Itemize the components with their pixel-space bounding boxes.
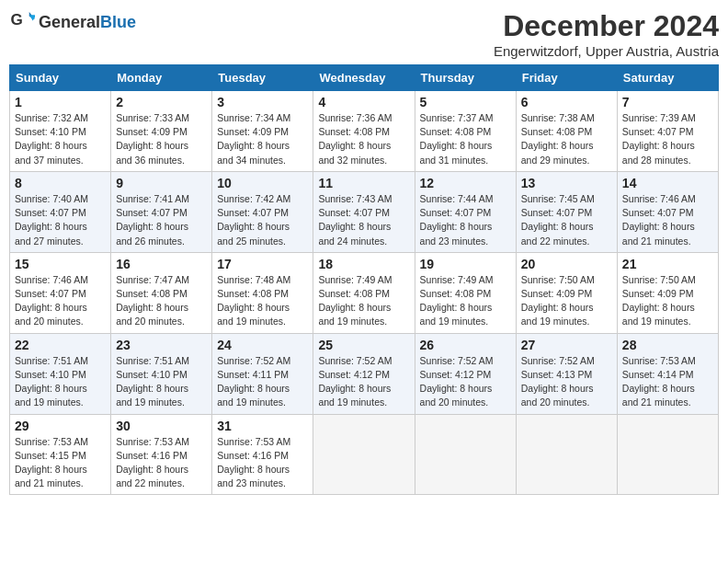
calendar-day: 20Sunrise: 7:50 AMSunset: 4:09 PMDayligh…: [516, 252, 617, 333]
calendar-day: 1Sunrise: 7:32 AMSunset: 4:10 PMDaylight…: [10, 91, 111, 172]
title-block: December 2024 Engerwitzdorf, Upper Austr…: [494, 9, 719, 59]
month-title: December 2024: [494, 9, 719, 43]
day-number: 25: [318, 338, 409, 352]
day-info: Sunrise: 7:51 AMSunset: 4:10 PMDaylight:…: [15, 354, 106, 410]
logo-general: General: [39, 13, 100, 31]
svg-text:G: G: [11, 11, 23, 29]
weekday-header-row: SundayMondayTuesdayWednesdayThursdayFrid…: [10, 65, 719, 91]
calendar-day: 8Sunrise: 7:40 AMSunset: 4:07 PMDaylight…: [10, 171, 111, 252]
day-info: Sunrise: 7:53 AMSunset: 4:14 PMDaylight:…: [622, 354, 713, 410]
day-info: Sunrise: 7:49 AMSunset: 4:08 PMDaylight:…: [420, 273, 511, 329]
calendar-day: 2Sunrise: 7:33 AMSunset: 4:09 PMDaylight…: [111, 91, 212, 172]
weekday-header: Thursday: [415, 65, 516, 91]
day-info: Sunrise: 7:44 AMSunset: 4:07 PMDaylight:…: [420, 192, 511, 248]
day-number: 30: [116, 419, 207, 433]
day-info: Sunrise: 7:52 AMSunset: 4:11 PMDaylight:…: [217, 354, 308, 410]
calendar-day: 6Sunrise: 7:38 AMSunset: 4:08 PMDaylight…: [516, 91, 617, 172]
location-subtitle: Engerwitzdorf, Upper Austria, Austria: [494, 43, 719, 59]
calendar-day: 26Sunrise: 7:52 AMSunset: 4:12 PMDayligh…: [415, 333, 516, 414]
weekday-header: Friday: [516, 65, 617, 91]
calendar-table: SundayMondayTuesdayWednesdayThursdayFrid…: [9, 64, 719, 495]
weekday-header: Tuesday: [212, 65, 313, 91]
day-info: Sunrise: 7:52 AMSunset: 4:13 PMDaylight:…: [521, 354, 612, 410]
calendar-week-row: 22Sunrise: 7:51 AMSunset: 4:10 PMDayligh…: [10, 333, 719, 414]
calendar-day: 3Sunrise: 7:34 AMSunset: 4:09 PMDaylight…: [212, 91, 313, 172]
day-number: 23: [116, 338, 207, 352]
day-info: Sunrise: 7:53 AMSunset: 4:16 PMDaylight:…: [217, 435, 308, 491]
day-number: 31: [217, 419, 308, 433]
calendar-day: 15Sunrise: 7:46 AMSunset: 4:07 PMDayligh…: [10, 252, 111, 333]
calendar-day: 28Sunrise: 7:53 AMSunset: 4:14 PMDayligh…: [617, 333, 718, 414]
day-number: 20: [521, 257, 612, 271]
calendar-day: 5Sunrise: 7:37 AMSunset: 4:08 PMDaylight…: [415, 91, 516, 172]
day-info: Sunrise: 7:52 AMSunset: 4:12 PMDaylight:…: [318, 354, 409, 410]
day-number: 4: [318, 95, 409, 109]
day-info: Sunrise: 7:40 AMSunset: 4:07 PMDaylight:…: [15, 192, 106, 248]
day-info: Sunrise: 7:50 AMSunset: 4:09 PMDaylight:…: [521, 273, 612, 329]
calendar-day: 9Sunrise: 7:41 AMSunset: 4:07 PMDaylight…: [111, 171, 212, 252]
day-info: Sunrise: 7:39 AMSunset: 4:07 PMDaylight:…: [622, 111, 713, 167]
calendar-day: 31Sunrise: 7:53 AMSunset: 4:16 PMDayligh…: [212, 414, 313, 495]
day-info: Sunrise: 7:47 AMSunset: 4:08 PMDaylight:…: [116, 273, 207, 329]
day-info: Sunrise: 7:41 AMSunset: 4:07 PMDaylight:…: [116, 192, 207, 248]
calendar-week-row: 15Sunrise: 7:46 AMSunset: 4:07 PMDayligh…: [10, 252, 719, 333]
calendar-day: 17Sunrise: 7:48 AMSunset: 4:08 PMDayligh…: [212, 252, 313, 333]
weekday-header: Wednesday: [313, 65, 415, 91]
day-info: Sunrise: 7:36 AMSunset: 4:08 PMDaylight:…: [318, 111, 409, 167]
day-info: Sunrise: 7:53 AMSunset: 4:16 PMDaylight:…: [116, 435, 207, 491]
calendar-week-row: 8Sunrise: 7:40 AMSunset: 4:07 PMDaylight…: [10, 171, 719, 252]
calendar-day: 29Sunrise: 7:53 AMSunset: 4:15 PMDayligh…: [10, 414, 111, 495]
day-info: Sunrise: 7:34 AMSunset: 4:09 PMDaylight:…: [217, 111, 308, 167]
day-number: 13: [521, 176, 612, 190]
day-info: Sunrise: 7:32 AMSunset: 4:10 PMDaylight:…: [15, 111, 106, 167]
day-number: 10: [217, 176, 308, 190]
calendar-day: [516, 414, 617, 495]
day-info: Sunrise: 7:43 AMSunset: 4:07 PMDaylight:…: [318, 192, 409, 248]
day-number: 17: [217, 257, 308, 271]
day-info: Sunrise: 7:37 AMSunset: 4:08 PMDaylight:…: [420, 111, 511, 167]
weekday-header: Saturday: [617, 65, 718, 91]
calendar-day: 13Sunrise: 7:45 AMSunset: 4:07 PMDayligh…: [516, 171, 617, 252]
day-info: Sunrise: 7:48 AMSunset: 4:08 PMDaylight:…: [217, 273, 308, 329]
calendar-day: 25Sunrise: 7:52 AMSunset: 4:12 PMDayligh…: [313, 333, 415, 414]
weekday-header: Sunday: [10, 65, 111, 91]
day-info: Sunrise: 7:49 AMSunset: 4:08 PMDaylight:…: [318, 273, 409, 329]
day-number: 21: [622, 257, 713, 271]
calendar-day: 23Sunrise: 7:51 AMSunset: 4:10 PMDayligh…: [111, 333, 212, 414]
day-number: 27: [521, 338, 612, 352]
day-number: 6: [521, 95, 612, 109]
day-number: 2: [116, 95, 207, 109]
calendar-day: 14Sunrise: 7:46 AMSunset: 4:07 PMDayligh…: [617, 171, 718, 252]
day-number: 1: [15, 95, 106, 109]
day-info: Sunrise: 7:46 AMSunset: 4:07 PMDaylight:…: [15, 273, 106, 329]
day-number: 9: [116, 176, 207, 190]
weekday-header: Monday: [111, 65, 212, 91]
day-info: Sunrise: 7:51 AMSunset: 4:10 PMDaylight:…: [116, 354, 207, 410]
calendar-day: [415, 414, 516, 495]
day-number: 26: [420, 338, 511, 352]
day-info: Sunrise: 7:52 AMSunset: 4:12 PMDaylight:…: [420, 354, 511, 410]
svg-marker-2: [29, 15, 35, 20]
calendar-day: 19Sunrise: 7:49 AMSunset: 4:08 PMDayligh…: [415, 252, 516, 333]
day-info: Sunrise: 7:50 AMSunset: 4:09 PMDaylight:…: [622, 273, 713, 329]
day-number: 18: [318, 257, 409, 271]
calendar-day: 10Sunrise: 7:42 AMSunset: 4:07 PMDayligh…: [212, 171, 313, 252]
calendar-week-row: 1Sunrise: 7:32 AMSunset: 4:10 PMDaylight…: [10, 91, 719, 172]
day-number: 3: [217, 95, 308, 109]
day-number: 22: [15, 338, 106, 352]
day-number: 11: [318, 176, 409, 190]
day-info: Sunrise: 7:38 AMSunset: 4:08 PMDaylight:…: [521, 111, 612, 167]
day-info: Sunrise: 7:46 AMSunset: 4:07 PMDaylight:…: [622, 192, 713, 248]
calendar-day: 18Sunrise: 7:49 AMSunset: 4:08 PMDayligh…: [313, 252, 415, 333]
logo: G GeneralBlue: [9, 9, 136, 35]
day-number: 15: [15, 257, 106, 271]
logo-blue: Blue: [100, 13, 136, 31]
calendar-day: [313, 414, 415, 495]
calendar-day: 24Sunrise: 7:52 AMSunset: 4:11 PMDayligh…: [212, 333, 313, 414]
day-number: 19: [420, 257, 511, 271]
calendar-day: 7Sunrise: 7:39 AMSunset: 4:07 PMDaylight…: [617, 91, 718, 172]
calendar-day: 27Sunrise: 7:52 AMSunset: 4:13 PMDayligh…: [516, 333, 617, 414]
day-info: Sunrise: 7:33 AMSunset: 4:09 PMDaylight:…: [116, 111, 207, 167]
calendar-week-row: 29Sunrise: 7:53 AMSunset: 4:15 PMDayligh…: [10, 414, 719, 495]
calendar-day: 4Sunrise: 7:36 AMSunset: 4:08 PMDaylight…: [313, 91, 415, 172]
